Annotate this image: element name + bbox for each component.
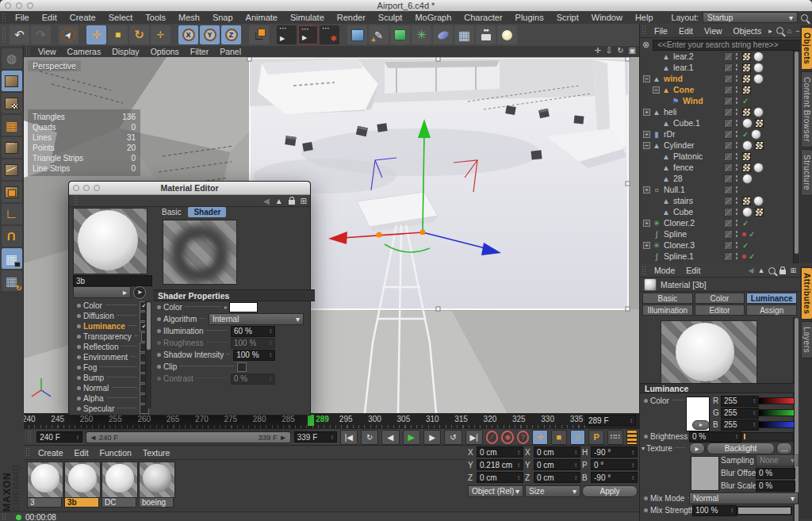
- layer-square-icon[interactable]: [724, 119, 733, 128]
- attribute-tab-luminance[interactable]: Luminance: [746, 293, 797, 304]
- new-panel-icon[interactable]: ⊞: [790, 266, 796, 274]
- layer-square-icon[interactable]: [724, 219, 733, 228]
- viewport-menu-filter[interactable]: Filter: [185, 47, 214, 56]
- lock-icon[interactable]: [289, 200, 295, 205]
- layer-square-icon[interactable]: [724, 163, 733, 172]
- texture-tag-icon[interactable]: [755, 141, 764, 150]
- channel-row-reflection[interactable]: Reflection: [73, 342, 149, 352]
- timeline-window-icon[interactable]: [626, 430, 638, 445]
- mix-strength-field[interactable]: 100 %↕: [692, 505, 737, 516]
- material-tag-icon[interactable]: [742, 140, 753, 151]
- pan-view-icon[interactable]: ✛: [594, 46, 600, 55]
- menu-edit[interactable]: Edit: [36, 13, 63, 22]
- play-backwards-button[interactable]: ↺: [444, 430, 462, 445]
- uv-mode-icon[interactable]: [2, 115, 22, 136]
- red-dot-icon[interactable]: [742, 232, 746, 236]
- material-menu-function[interactable]: Function: [94, 448, 137, 458]
- zoom-view-icon[interactable]: ⇩: [606, 46, 612, 55]
- stepper-icon[interactable]: ↕: [269, 351, 272, 358]
- material-tag-icon[interactable]: [753, 74, 764, 84]
- material-tag-icon[interactable]: [742, 118, 753, 128]
- material-tag-icon[interactable]: [742, 174, 753, 184]
- play-button[interactable]: ▶: [403, 430, 420, 445]
- layer-square-icon[interactable]: [724, 186, 733, 194]
- rotate-view-icon[interactable]: ↻: [617, 46, 623, 55]
- visibility-dots-icon[interactable]: [735, 75, 738, 82]
- shader-color-swatch[interactable]: [229, 302, 258, 312]
- enabled-check-icon[interactable]: ✓: [742, 241, 749, 250]
- toggle-view-icon[interactable]: ▣: [629, 46, 636, 55]
- add-cube-icon[interactable]: [347, 25, 367, 44]
- texture-arrow-button[interactable]: ▸: [689, 442, 705, 454]
- axis-mode-icon[interactable]: [2, 204, 22, 224]
- add-light-icon[interactable]: [497, 25, 517, 44]
- stepper-icon[interactable]: ↕: [631, 462, 634, 469]
- search-icon[interactable]: [776, 27, 783, 34]
- material-thumb-boeing[interactable]: boeing: [139, 462, 174, 508]
- object-name[interactable]: stairs: [673, 196, 693, 205]
- viewport-menu-view[interactable]: View: [33, 47, 62, 56]
- texture-tag-icon[interactable]: [742, 52, 751, 61]
- stepper-icon[interactable]: ↕: [517, 462, 520, 469]
- mix-strength-slider[interactable]: [737, 506, 792, 515]
- object-name[interactable]: Spline.1: [664, 251, 694, 261]
- add-floor-icon[interactable]: [454, 25, 474, 44]
- preview-range-slider[interactable]: ◄ 240 F 339 F ►: [86, 431, 291, 443]
- layer-square-icon[interactable]: [724, 252, 733, 261]
- menu-mesh[interactable]: Mesh: [172, 13, 206, 22]
- material-menu-texture[interactable]: Texture: [137, 448, 175, 458]
- channel-row-normal[interactable]: Normal: [73, 383, 149, 393]
- visibility-dots-icon[interactable]: [735, 63, 738, 71]
- texture-thumbnail[interactable]: [691, 456, 719, 491]
- object-row-spline-1[interactable]: ∫Spline.1✓: [640, 251, 795, 262]
- add-mograph-icon[interactable]: [412, 25, 431, 44]
- range-end-field[interactable]: 339 F↕: [294, 431, 337, 442]
- coord-field-position-y[interactable]: 0.218 cm↕: [477, 459, 523, 470]
- menu-script[interactable]: Script: [550, 13, 585, 22]
- layer-square-icon[interactable]: [724, 97, 733, 105]
- key-scale-toggle[interactable]: ■: [551, 430, 567, 445]
- key-position-toggle[interactable]: ✛: [532, 430, 548, 445]
- channel-row-environment[interactable]: Environment: [73, 352, 149, 362]
- color-r-field[interactable]: 255↕: [721, 396, 759, 407]
- expand-arrow-icon[interactable]: ▸: [224, 304, 228, 311]
- collapse-icon[interactable]: −: [653, 86, 660, 94]
- coord-dropdown-object-rel-[interactable]: Object (Rel)▾: [468, 485, 523, 497]
- search-icon[interactable]: [768, 267, 776, 274]
- blur-scale-field[interactable]: 0 %: [756, 481, 795, 492]
- object-name[interactable]: Cone: [673, 85, 694, 94]
- object-search-input[interactable]: <<Enter your search string here>>: [653, 40, 810, 51]
- visibility-dots-icon[interactable]: [735, 52, 738, 60]
- material-tab-basic[interactable]: Basic: [156, 207, 186, 217]
- key-parameter-toggle[interactable]: P: [588, 430, 604, 445]
- preview-type-dropdown[interactable]: ▸: [73, 286, 131, 298]
- coord-field-size-x[interactable]: 0 cm↕: [534, 446, 580, 458]
- viewport-menu-options[interactable]: Options: [145, 47, 185, 56]
- drag-handle-icon[interactable]: [27, 431, 32, 443]
- coord-field-rotation-b[interactable]: -90 °↕: [591, 472, 638, 483]
- panel-tab-structure[interactable]: Structure: [801, 149, 812, 196]
- menu-plugins[interactable]: Plugins: [509, 13, 550, 22]
- object-row-null-1[interactable]: +○Null.1: [640, 184, 795, 195]
- object-row-platonic[interactable]: ▲Platonic: [640, 151, 795, 162]
- add-deformer-icon[interactable]: [433, 25, 453, 44]
- keyframe-selection-button[interactable]: ?: [517, 431, 529, 444]
- enabled-check-icon[interactable]: ✓: [742, 130, 749, 139]
- layer-square-icon[interactable]: [724, 108, 733, 117]
- material-editor-titlebar[interactable]: Material Editor: [69, 182, 310, 195]
- menu-snap[interactable]: Snap: [206, 13, 239, 22]
- attribute-tab-illumination[interactable]: Illumination: [642, 305, 693, 316]
- red-dot-icon[interactable]: [742, 255, 746, 259]
- texture-button[interactable]: Backlight: [707, 442, 775, 454]
- drag-handle-icon[interactable]: [642, 25, 647, 36]
- object-row-28[interactable]: ▲28: [640, 173, 795, 184]
- color-expand-button[interactable]: ▸: [692, 420, 710, 430]
- viewport-menu-display[interactable]: Display: [106, 47, 144, 56]
- color-b-field[interactable]: 255↕: [721, 419, 759, 431]
- object-row-heli[interactable]: +▲heli: [640, 106, 795, 117]
- material-tag-icon[interactable]: [753, 107, 764, 117]
- brightness-slider[interactable]: [741, 432, 794, 442]
- texture-tag-icon[interactable]: [742, 86, 751, 94]
- visibility-dots-icon[interactable]: [735, 163, 738, 171]
- shader-preview[interactable]: [163, 220, 237, 285]
